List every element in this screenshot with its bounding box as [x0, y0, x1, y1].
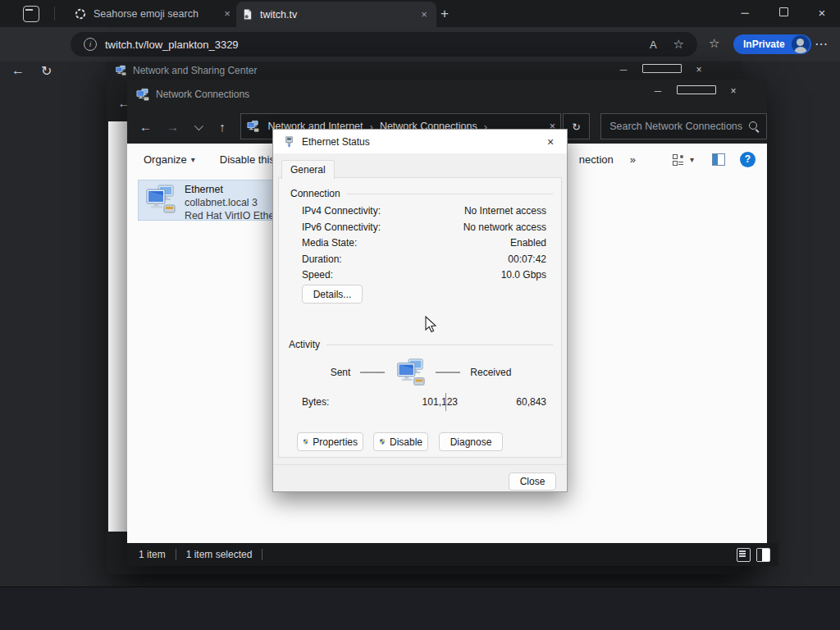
row-label: Speed: — [302, 269, 333, 281]
inprivate-badge[interactable]: InPrivate — [733, 34, 811, 54]
detail-row: IPv6 Connectivity: No network access — [302, 221, 546, 233]
nc-search-box[interactable] — [600, 113, 767, 139]
organize-dropdown-icon: ▾ — [191, 155, 195, 164]
properties-button[interactable]: Properties — [297, 432, 363, 451]
network-icon — [135, 88, 149, 102]
preview-pane-icon[interactable] — [712, 153, 725, 166]
view-dropdown-icon[interactable]: ▾ — [690, 155, 694, 164]
connection-name: Ethernet — [185, 184, 223, 195]
detail-row: Duration: 00:07:42 — [302, 253, 546, 265]
tab-close-icon[interactable]: × — [417, 7, 431, 22]
received-label: Received — [470, 367, 511, 378]
dialog-close-icon[interactable]: × — [534, 135, 567, 148]
close-button[interactable]: Close — [509, 472, 556, 491]
general-tab-panel: Connection IPv4 Connectivity: No Interne… — [278, 177, 562, 458]
row-value: 10.0 Gbps — [501, 269, 546, 281]
tab-seahorse[interactable]: Seahorse emoji search × — [69, 0, 240, 27]
nc-search-input[interactable] — [608, 120, 748, 133]
url-text: twitch.tv/low_plankton_3329 — [105, 39, 239, 51]
dialog-footer-divider — [273, 464, 567, 465]
help-icon[interactable]: ? — [740, 152, 756, 167]
uac-shield-icon — [379, 436, 386, 447]
ethernet-plug-icon — [283, 135, 295, 148]
browser-restore-button[interactable] — [771, 4, 796, 22]
browser-refresh-button[interactable]: ↻ — [41, 63, 52, 79]
command-text-partial[interactable]: nection — [579, 153, 614, 166]
tab-actions-button[interactable] — [23, 6, 39, 22]
connection-group-label: Connection — [290, 188, 340, 199]
more-commands-chevron-icon[interactable]: » — [630, 153, 636, 166]
tab-twitch[interactable]: twitch.tv × — [236, 2, 436, 27]
nsc-minimize-button[interactable]: ─ — [605, 64, 642, 75]
nsc-content-sliver — [108, 121, 127, 532]
browser-back-button[interactable]: ← — [11, 63, 25, 78]
row-value: No Internet access — [464, 205, 546, 217]
nsc-window-controls: ─ × — [605, 64, 718, 75]
refresh-icon: ↻ — [572, 121, 580, 133]
row-value: 00:07:42 — [508, 253, 546, 265]
nc-up-button[interactable]: ↑ — [208, 120, 235, 134]
dialog-title-bar: Ethernet Status × — [273, 130, 567, 153]
favorites-hub-icon[interactable]: ☆ — [709, 36, 719, 51]
nc-minimize-button[interactable]: ─ — [639, 85, 677, 97]
browser-menu-icon[interactable]: ⋯ — [815, 36, 828, 52]
disable-button[interactable]: Disable — [373, 432, 428, 451]
bytes-received-value: 60,843 — [516, 396, 546, 408]
bytes-sent-value: 101,123 — [392, 396, 458, 408]
ethernet-status-dialog: Ethernet Status × General Connection IPv… — [272, 129, 568, 492]
tab-close-icon[interactable]: × — [220, 7, 235, 21]
row-value: Enabled — [510, 237, 546, 249]
activity-group: Activity — [289, 339, 553, 350]
read-aloud-icon[interactable]: A — [650, 39, 657, 51]
selected-count: 1 item selected — [186, 549, 253, 560]
row-label: Duration: — [302, 253, 342, 265]
activity-group-label: Activity — [289, 339, 320, 350]
nc-back-button[interactable]: ← — [132, 120, 159, 134]
nsc-restore-button[interactable] — [642, 64, 680, 75]
bytes-label: Bytes: — [302, 396, 329, 408]
view-tiles-icon[interactable] — [673, 154, 683, 165]
sent-received-row: Sent Received — [279, 357, 563, 388]
tab-general[interactable]: General — [281, 160, 335, 180]
icons-view-icon[interactable] — [756, 548, 770, 562]
browser-close-button[interactable]: × — [810, 4, 834, 22]
nc-status-bar: 1 item 1 item selected — [127, 543, 778, 566]
detail-row: Media State: Enabled — [302, 237, 546, 249]
diagnose-button[interactable]: Diagnose — [439, 432, 503, 451]
nc-window-title: Network Connections — [156, 89, 249, 100]
row-label: Media State: — [302, 237, 357, 249]
nsc-close-button[interactable]: × — [680, 64, 718, 75]
row-value: No network access — [463, 221, 546, 233]
nc-forward-button[interactable]: → — [159, 120, 186, 134]
search-icon[interactable] — [748, 121, 760, 132]
nc-restore-button[interactable] — [677, 85, 714, 97]
new-tab-button[interactable]: + — [435, 4, 454, 24]
site-info-icon[interactable]: i — [84, 38, 97, 51]
taskbar: ^ 7:40 PM 11/2/2025 — [0, 587, 840, 630]
nc-recent-locations-icon[interactable] — [186, 119, 208, 134]
network-icon — [115, 65, 126, 76]
details-button[interactable]: Details... — [302, 285, 363, 304]
activity-network-icon — [395, 357, 426, 388]
bytes-divider — [445, 393, 446, 411]
tab-label: Seahorse emoji search — [94, 8, 199, 20]
bytes-row: Bytes: 101,123 60,843 — [302, 396, 546, 408]
ethernet-adapter-icon — [144, 183, 176, 216]
connection-domain: collabnet.local 3 — [185, 196, 277, 209]
spiral-favicon-icon — [74, 7, 87, 21]
tab-divider — [54, 7, 55, 21]
inprivate-label: InPrivate — [743, 39, 785, 50]
nc-close-button[interactable]: × — [714, 85, 752, 97]
address-bar[interactable]: i twitch.tv/low_plankton_3329 A ☆ — [71, 32, 697, 57]
organize-menu[interactable]: Organize — [144, 153, 187, 166]
favorite-star-icon[interactable]: ☆ — [673, 37, 684, 52]
page-favicon-icon — [241, 8, 253, 21]
nsc-window-title: Network and Sharing Center — [133, 65, 257, 76]
dialog-title: Ethernet Status — [302, 136, 370, 148]
browser-minimize-button[interactable]: ─ — [733, 4, 757, 22]
detail-row: IPv4 Connectivity: No Internet access — [302, 205, 546, 217]
details-view-icon[interactable] — [737, 548, 751, 562]
row-label: IPv6 Connectivity: — [302, 221, 381, 233]
profile-avatar — [792, 35, 810, 53]
row-label: IPv4 Connectivity: — [302, 205, 381, 217]
